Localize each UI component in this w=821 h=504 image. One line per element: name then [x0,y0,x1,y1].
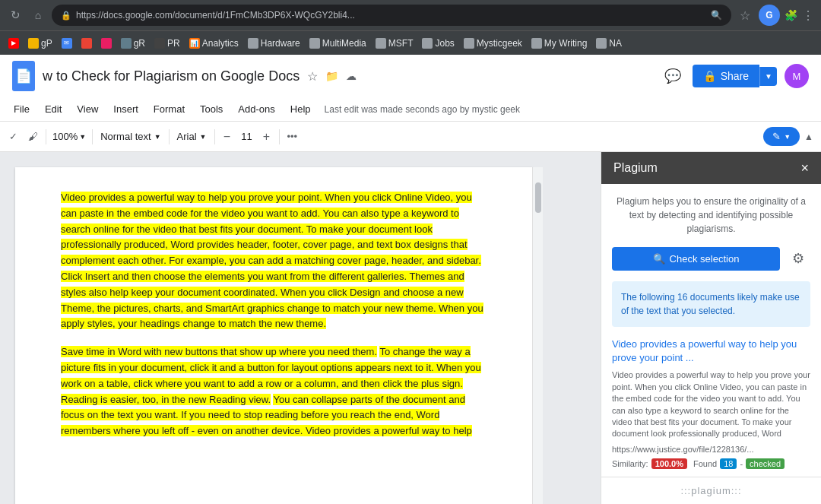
highlight-text-1: Video provides a powerful way to help yo… [61,192,483,329]
share-button[interactable]: 🔒 Share [693,65,759,87]
document-area[interactable]: Video provides a powerful way to help yo… [0,152,601,504]
share-dropdown-btn[interactable]: ▼ [759,67,777,86]
move-icon[interactable]: 📁 [325,70,338,82]
zoom-chevron: ▼ [79,133,86,141]
toolbar-divider-3 [169,129,170,144]
paragraph-2: Save time in Word with new buttons that … [61,344,487,439]
browser-reload-btn[interactable]: ↻ [6,6,24,24]
spell-check-btn[interactable]: ✓ [5,128,22,145]
share-label: Share [721,70,749,82]
bookmark-analytics[interactable]: 📊 Analytics [185,36,242,51]
font-size-decrease-btn[interactable]: − [218,128,236,146]
bookmark-circle[interactable] [97,36,116,51]
doc-scrollbar[interactable] [532,167,543,504]
text-cursor: remembers where you left off - even on a… [61,425,472,436]
panel-description: Plagium helps you to ensure the original… [612,195,810,236]
font-size-display[interactable]: 11 [238,129,256,144]
menu-item-view[interactable]: View [69,100,106,118]
result-preview: Video provides a powerful way to help yo… [612,369,810,439]
page: Video provides a powerful way to help yo… [15,167,532,504]
bookmark-star-btn[interactable]: ☆ [736,6,754,24]
toolbar-divider-1 [46,129,46,144]
found-badge: 18 [720,458,737,469]
bookmark-writing[interactable]: My Writing [528,36,591,51]
user-avatar[interactable]: M [785,64,809,88]
menu-item-addons[interactable]: Add-ons [230,100,282,118]
paint-format-btn[interactable]: 🖌 [24,128,43,145]
found-label: Found [693,459,717,468]
similarity-label: Similarity: [612,459,648,468]
bookmarks-bar: ▶ gP ✉ gR PR 📊 Analytics Hardware MultiM… [0,30,821,55]
browser-home-btn[interactable]: ⌂ [29,6,47,24]
result-link[interactable]: Video provides a powerful way to help yo… [612,338,810,365]
font-chevron: ▼ [200,133,207,141]
font-selector[interactable]: Arial ▼ [173,128,211,144]
edit-pencil-icon: ✎ [772,131,781,142]
address-url[interactable]: https://docs.google.com/document/d/1FmCM… [76,10,706,21]
edit-chevron: ▼ [784,133,791,141]
scroll-thumb[interactable] [535,182,541,213]
bookmark-mysticgeek[interactable]: Mysticgeek [460,36,526,51]
bookmark-gp-label: gP [41,38,52,49]
doc-title[interactable]: w to Check for Plagiarism on Google Docs [43,68,300,84]
star-icon[interactable]: ☆ [307,69,318,84]
browser-chrome: ↻ ⌂ 🔒 https://docs.google.com/document/d… [0,0,821,30]
main-area: Video provides a powerful way to help yo… [0,152,821,504]
info-text: The following 16 documents likely make u… [621,290,801,318]
info-box: The following 16 documents likely make u… [612,281,810,327]
search-icon: 🔍 [711,10,722,21]
doc-header: 📄 w to Check for Plagiarism on Google Do… [0,55,821,97]
menu-item-format[interactable]: Format [146,100,192,118]
extensions-btn[interactable]: 🧩 [785,9,797,21]
check-btn-label: Check selection [670,253,740,265]
panel-header: Plagium × [601,152,821,184]
checked-dash: - [740,459,743,468]
cloud-icon[interactable]: ☁ [346,70,357,82]
panel-title: Plagium [613,161,658,175]
share-btn-group: 🔒 Share ▼ [693,65,777,87]
similarity-badge: 100.0% [651,458,687,469]
check-selection-btn[interactable]: 🔍 Check selection [612,247,780,271]
bookmark-gr[interactable]: gR [117,36,149,51]
bookmark-gp[interactable]: gP [24,36,56,51]
toolbar-divider-5 [279,129,280,144]
bookmark-youtube[interactable]: ▶ [5,36,23,51]
collapse-toolbar-btn[interactable]: ▲ [801,128,816,145]
panel-body: Plagium helps you to ensure the original… [601,184,821,477]
search-icon-btn: 🔍 [653,253,665,265]
edit-mode-btn[interactable]: ✎ ▼ [763,127,800,146]
style-selector[interactable]: Normal text ▼ [96,128,165,144]
toolbar-divider-4 [214,129,215,144]
plagium-branding: :::plagium::: [601,477,821,504]
menu-item-edit[interactable]: Edit [37,100,69,118]
comment-icon-btn[interactable]: 💬 [661,64,685,88]
address-bar[interactable]: 🔒 https://docs.google.com/document/d/1Fm… [52,5,731,26]
menu-item-tools[interactable]: Tools [192,100,230,118]
menu-item-file[interactable]: File [6,100,37,118]
menu-item-help[interactable]: Help [283,100,319,118]
bookmark-mail[interactable]: ✉ [58,36,76,51]
zoom-value: 100% [52,131,78,142]
check-btn-row: 🔍 Check selection ⚙ [612,246,810,271]
menu-item-insert[interactable]: Insert [106,100,146,118]
zoom-selector[interactable]: 100% ▼ [49,128,89,144]
bookmark-pr[interactable]: PR [151,36,184,51]
settings-btn[interactable]: ⚙ [786,246,810,271]
result-stats: Similarity: 100.0% Found 18 - checked [612,458,810,469]
more-options-btn[interactable]: ••• [283,128,303,145]
lock-icon-share: 🔒 [703,70,716,82]
bookmark-multimedia[interactable]: MultiMedia [306,36,370,51]
font-size-increase-btn[interactable]: + [258,128,276,146]
bookmark-na[interactable]: NA [592,36,626,51]
toolbar: ✓ 🖌 100% ▼ Normal text ▼ Arial ▼ − 11 + … [0,122,821,152]
bookmark-google[interactable] [78,36,96,51]
style-value: Normal text [100,131,151,142]
panel-close-btn[interactable]: × [800,161,809,175]
profile-avatar[interactable]: G [759,5,780,26]
bookmark-hardware[interactable]: Hardware [244,36,304,51]
bookmark-jobs[interactable]: Jobs [418,36,458,51]
bookmark-msft[interactable]: MSFT [372,36,417,51]
style-chevron: ▼ [154,133,161,141]
more-btn[interactable]: ⋮ [802,8,815,23]
plagium-logo: :::plagium::: [680,485,741,496]
